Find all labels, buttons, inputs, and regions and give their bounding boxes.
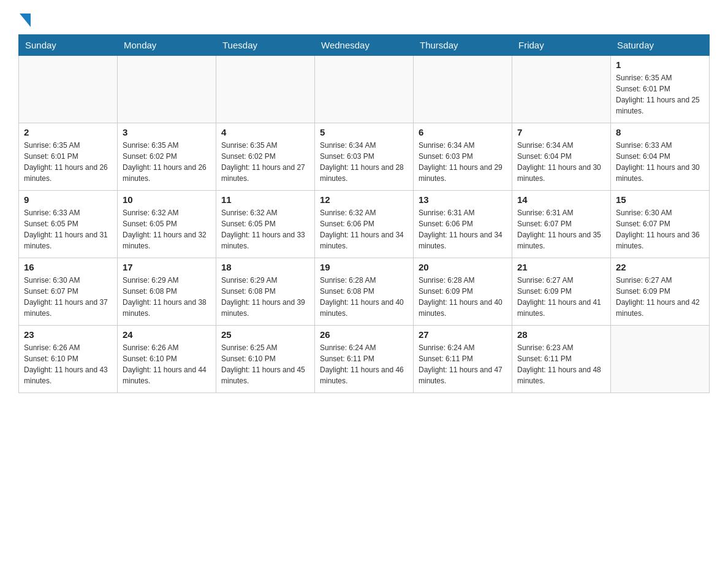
calendar-cell: 21Sunrise: 6:27 AMSunset: 6:09 PMDayligh… [512, 258, 611, 326]
day-number: 5 [320, 127, 408, 137]
calendar-cell: 23Sunrise: 6:26 AMSunset: 6:10 PMDayligh… [19, 326, 118, 393]
calendar-week-row-2: 2Sunrise: 6:35 AMSunset: 6:01 PMDaylight… [19, 123, 710, 191]
day-number: 20 [419, 262, 507, 272]
day-number: 1 [616, 59, 704, 70]
svg-marker-0 [20, 13, 31, 27]
calendar-cell: 7Sunrise: 6:34 AMSunset: 6:04 PMDaylight… [512, 123, 611, 191]
calendar-cell: 14Sunrise: 6:31 AMSunset: 6:07 PMDayligh… [512, 191, 611, 258]
day-number: 10 [123, 194, 211, 205]
calendar-cell: 4Sunrise: 6:35 AMSunset: 6:02 PMDaylight… [216, 123, 315, 191]
day-info: Sunrise: 6:24 AMSunset: 6:11 PMDaylight:… [320, 342, 408, 386]
calendar-cell [315, 56, 414, 123]
day-number: 7 [517, 127, 605, 137]
calendar-cell: 1Sunrise: 6:35 AMSunset: 6:01 PMDaylight… [611, 56, 710, 123]
day-number: 28 [517, 329, 605, 340]
calendar-cell: 19Sunrise: 6:28 AMSunset: 6:08 PMDayligh… [315, 258, 414, 326]
day-info: Sunrise: 6:26 AMSunset: 6:10 PMDaylight:… [24, 342, 112, 386]
day-info: Sunrise: 6:28 AMSunset: 6:08 PMDaylight:… [320, 275, 408, 319]
day-info: Sunrise: 6:35 AMSunset: 6:01 PMDaylight:… [616, 72, 704, 117]
day-info: Sunrise: 6:25 AMSunset: 6:10 PMDaylight:… [221, 342, 309, 386]
day-info: Sunrise: 6:32 AMSunset: 6:06 PMDaylight:… [320, 207, 408, 251]
calendar-header-sunday: Sunday [19, 35, 118, 56]
calendar-cell [512, 56, 611, 123]
calendar-header-tuesday: Tuesday [216, 35, 315, 56]
calendar-cell: 17Sunrise: 6:29 AMSunset: 6:08 PMDayligh… [118, 258, 216, 326]
calendar-cell: 27Sunrise: 6:24 AMSunset: 6:11 PMDayligh… [414, 326, 512, 393]
calendar-week-row-4: 16Sunrise: 6:30 AMSunset: 6:07 PMDayligh… [19, 258, 710, 326]
day-info: Sunrise: 6:31 AMSunset: 6:07 PMDaylight:… [517, 207, 605, 251]
day-info: Sunrise: 6:30 AMSunset: 6:07 PMDaylight:… [616, 207, 704, 251]
calendar-cell: 8Sunrise: 6:33 AMSunset: 6:04 PMDaylight… [611, 123, 710, 191]
day-number: 14 [517, 194, 605, 205]
day-number: 23 [24, 329, 112, 340]
day-number: 8 [616, 127, 704, 137]
calendar-header-wednesday: Wednesday [315, 35, 414, 56]
day-number: 17 [123, 262, 211, 272]
calendar-header-monday: Monday [118, 35, 216, 56]
calendar-cell: 28Sunrise: 6:23 AMSunset: 6:11 PMDayligh… [512, 326, 611, 393]
calendar-header-thursday: Thursday [414, 35, 512, 56]
logo-triangle-icon [20, 13, 31, 29]
calendar-cell: 12Sunrise: 6:32 AMSunset: 6:06 PMDayligh… [315, 191, 414, 258]
day-info: Sunrise: 6:35 AMSunset: 6:01 PMDaylight:… [24, 140, 112, 184]
day-number: 27 [419, 329, 507, 340]
calendar-cell: 13Sunrise: 6:31 AMSunset: 6:06 PMDayligh… [414, 191, 512, 258]
calendar-cell [118, 56, 216, 123]
day-info: Sunrise: 6:23 AMSunset: 6:11 PMDaylight:… [517, 342, 605, 386]
day-number: 21 [517, 262, 605, 272]
calendar-cell: 5Sunrise: 6:34 AMSunset: 6:03 PMDaylight… [315, 123, 414, 191]
calendar-cell: 2Sunrise: 6:35 AMSunset: 6:01 PMDaylight… [19, 123, 118, 191]
day-number: 24 [123, 329, 211, 340]
calendar-cell: 3Sunrise: 6:35 AMSunset: 6:02 PMDaylight… [118, 123, 216, 191]
calendar-cell [216, 56, 315, 123]
calendar-week-row-5: 23Sunrise: 6:26 AMSunset: 6:10 PMDayligh… [19, 326, 710, 393]
day-number: 26 [320, 329, 408, 340]
day-number: 12 [320, 194, 408, 205]
day-info: Sunrise: 6:29 AMSunset: 6:08 PMDaylight:… [221, 275, 309, 319]
calendar-cell: 20Sunrise: 6:28 AMSunset: 6:09 PMDayligh… [414, 258, 512, 326]
calendar-cell: 10Sunrise: 6:32 AMSunset: 6:05 PMDayligh… [118, 191, 216, 258]
calendar-week-row-1: 1Sunrise: 6:35 AMSunset: 6:01 PMDaylight… [19, 56, 710, 123]
calendar-header-row: SundayMondayTuesdayWednesdayThursdayFrid… [19, 35, 710, 56]
calendar-week-row-3: 9Sunrise: 6:33 AMSunset: 6:05 PMDaylight… [19, 191, 710, 258]
calendar-header-saturday: Saturday [611, 35, 710, 56]
day-info: Sunrise: 6:33 AMSunset: 6:05 PMDaylight:… [24, 207, 112, 251]
calendar-header-friday: Friday [512, 35, 611, 56]
day-info: Sunrise: 6:35 AMSunset: 6:02 PMDaylight:… [123, 140, 211, 184]
calendar-cell: 24Sunrise: 6:26 AMSunset: 6:10 PMDayligh… [118, 326, 216, 393]
calendar-cell: 22Sunrise: 6:27 AMSunset: 6:09 PMDayligh… [611, 258, 710, 326]
day-info: Sunrise: 6:24 AMSunset: 6:11 PMDaylight:… [419, 342, 507, 386]
day-info: Sunrise: 6:33 AMSunset: 6:04 PMDaylight:… [616, 140, 704, 184]
calendar-cell [611, 326, 710, 393]
day-info: Sunrise: 6:30 AMSunset: 6:07 PMDaylight:… [24, 275, 112, 319]
logo [18, 12, 31, 28]
day-info: Sunrise: 6:34 AMSunset: 6:03 PMDaylight:… [419, 140, 507, 184]
day-number: 16 [24, 262, 112, 272]
calendar-cell: 26Sunrise: 6:24 AMSunset: 6:11 PMDayligh… [315, 326, 414, 393]
day-info: Sunrise: 6:27 AMSunset: 6:09 PMDaylight:… [616, 275, 704, 319]
day-number: 15 [616, 194, 704, 205]
day-info: Sunrise: 6:32 AMSunset: 6:05 PMDaylight:… [221, 207, 309, 251]
calendar-cell: 16Sunrise: 6:30 AMSunset: 6:07 PMDayligh… [19, 258, 118, 326]
day-number: 6 [419, 127, 507, 137]
day-number: 11 [221, 194, 309, 205]
day-number: 18 [221, 262, 309, 272]
day-info: Sunrise: 6:28 AMSunset: 6:09 PMDaylight:… [419, 275, 507, 319]
calendar-cell: 11Sunrise: 6:32 AMSunset: 6:05 PMDayligh… [216, 191, 315, 258]
calendar-cell: 18Sunrise: 6:29 AMSunset: 6:08 PMDayligh… [216, 258, 315, 326]
calendar-cell [19, 56, 118, 123]
day-number: 19 [320, 262, 408, 272]
day-number: 22 [616, 262, 704, 272]
calendar-cell: 25Sunrise: 6:25 AMSunset: 6:10 PMDayligh… [216, 326, 315, 393]
day-number: 9 [24, 194, 112, 205]
day-number: 2 [24, 127, 112, 137]
day-info: Sunrise: 6:27 AMSunset: 6:09 PMDaylight:… [517, 275, 605, 319]
day-info: Sunrise: 6:26 AMSunset: 6:10 PMDaylight:… [123, 342, 211, 386]
day-number: 3 [123, 127, 211, 137]
day-number: 13 [419, 194, 507, 205]
day-number: 25 [221, 329, 309, 340]
calendar-cell: 15Sunrise: 6:30 AMSunset: 6:07 PMDayligh… [611, 191, 710, 258]
day-number: 4 [221, 127, 309, 137]
calendar-cell: 6Sunrise: 6:34 AMSunset: 6:03 PMDaylight… [414, 123, 512, 191]
calendar-table: SundayMondayTuesdayWednesdayThursdayFrid… [18, 34, 710, 393]
